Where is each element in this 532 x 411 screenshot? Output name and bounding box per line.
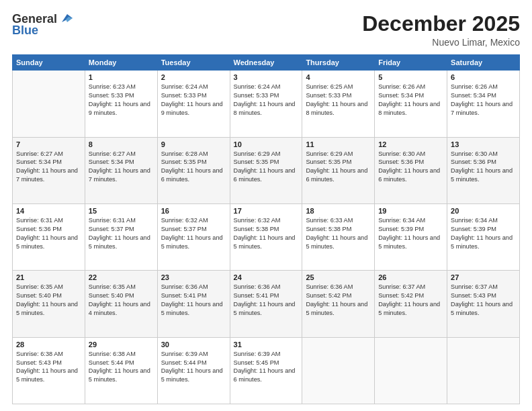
calendar-cell: 26Sunrise: 6:37 AMSunset: 5:42 PMDayligh… — [375, 271, 447, 337]
cell-info: Sunrise: 6:35 AMSunset: 5:40 PMDaylight:… — [89, 283, 154, 318]
day-number: 9 — [161, 140, 226, 148]
calendar-cell: 22Sunrise: 6:35 AMSunset: 5:40 PMDayligh… — [85, 271, 157, 337]
calendar-table: Sunday Monday Tuesday Wednesday Thursday… — [12, 54, 520, 404]
day-number: 31 — [234, 340, 299, 349]
calendar-cell: 3Sunrise: 6:24 AMSunset: 5:33 PMDaylight… — [230, 71, 302, 137]
header-wednesday: Wednesday — [230, 55, 302, 71]
calendar-cell: 31Sunrise: 6:39 AMSunset: 5:45 PMDayligh… — [230, 337, 302, 404]
calendar-cell — [302, 337, 375, 404]
day-number: 19 — [378, 207, 443, 215]
calendar-cell: 18Sunrise: 6:33 AMSunset: 5:38 PMDayligh… — [302, 203, 375, 270]
calendar-cell: 15Sunrise: 6:31 AMSunset: 5:37 PMDayligh… — [85, 203, 157, 270]
calendar-cell: 9Sunrise: 6:28 AMSunset: 5:35 PMDaylight… — [157, 137, 230, 203]
day-number: 29 — [89, 340, 154, 349]
location: Nuevo Limar, Mexico — [362, 37, 520, 48]
month-title: December 2025 — [362, 12, 520, 36]
day-number: 10 — [234, 140, 299, 148]
day-number: 5 — [378, 73, 443, 81]
cell-info: Sunrise: 6:34 AMSunset: 5:39 PMDaylight:… — [451, 216, 516, 251]
day-number: 17 — [234, 207, 299, 215]
cell-info: Sunrise: 6:32 AMSunset: 5:38 PMDaylight:… — [234, 216, 299, 251]
cell-info: Sunrise: 6:27 AMSunset: 5:34 PMDaylight:… — [89, 150, 154, 185]
calendar-cell: 24Sunrise: 6:36 AMSunset: 5:41 PMDayligh… — [230, 271, 302, 337]
cell-info: Sunrise: 6:36 AMSunset: 5:42 PMDaylight:… — [306, 283, 371, 318]
cell-info: Sunrise: 6:33 AMSunset: 5:38 PMDaylight:… — [306, 216, 371, 251]
cell-info: Sunrise: 6:34 AMSunset: 5:39 PMDaylight:… — [378, 216, 443, 251]
page: General Blue December 2025 Nuevo Limar, … — [0, 0, 532, 411]
cell-info: Sunrise: 6:31 AMSunset: 5:36 PMDaylight:… — [16, 216, 81, 251]
calendar-cell: 23Sunrise: 6:36 AMSunset: 5:41 PMDayligh… — [157, 271, 230, 337]
day-number: 22 — [89, 273, 154, 281]
cell-info: Sunrise: 6:29 AMSunset: 5:35 PMDaylight:… — [234, 150, 299, 185]
calendar-cell: 25Sunrise: 6:36 AMSunset: 5:42 PMDayligh… — [302, 271, 375, 337]
day-number: 21 — [16, 273, 81, 281]
calendar-cell: 28Sunrise: 6:38 AMSunset: 5:43 PMDayligh… — [13, 337, 85, 404]
cell-info: Sunrise: 6:38 AMSunset: 5:44 PMDaylight:… — [89, 350, 154, 385]
calendar-cell: 13Sunrise: 6:30 AMSunset: 5:36 PMDayligh… — [447, 137, 520, 203]
day-number: 14 — [16, 207, 81, 215]
cell-info: Sunrise: 6:26 AMSunset: 5:34 PMDaylight:… — [451, 83, 516, 118]
cell-info: Sunrise: 6:36 AMSunset: 5:41 PMDaylight:… — [234, 283, 299, 318]
calendar-cell: 5Sunrise: 6:26 AMSunset: 5:34 PMDaylight… — [375, 71, 447, 137]
header-saturday: Saturday — [447, 55, 520, 71]
day-number: 1 — [89, 73, 154, 81]
day-number: 25 — [306, 273, 371, 281]
day-number: 16 — [161, 207, 226, 215]
week-row-3: 21Sunrise: 6:35 AMSunset: 5:40 PMDayligh… — [13, 271, 520, 337]
calendar-cell — [13, 71, 85, 137]
cell-info: Sunrise: 6:28 AMSunset: 5:35 PMDaylight:… — [161, 150, 226, 185]
header: General Blue December 2025 Nuevo Limar, … — [12, 12, 520, 48]
header-monday: Monday — [85, 55, 157, 71]
calendar-cell: 11Sunrise: 6:29 AMSunset: 5:35 PMDayligh… — [302, 137, 375, 203]
calendar-cell: 4Sunrise: 6:25 AMSunset: 5:33 PMDaylight… — [302, 71, 375, 137]
calendar-cell: 10Sunrise: 6:29 AMSunset: 5:35 PMDayligh… — [230, 137, 302, 203]
calendar-cell: 16Sunrise: 6:32 AMSunset: 5:37 PMDayligh… — [157, 203, 230, 270]
header-friday: Friday — [375, 55, 447, 71]
day-number: 7 — [16, 140, 81, 148]
day-number: 4 — [306, 73, 371, 81]
cell-info: Sunrise: 6:24 AMSunset: 5:33 PMDaylight:… — [234, 83, 299, 118]
calendar-cell — [375, 337, 447, 404]
calendar-cell: 30Sunrise: 6:39 AMSunset: 5:44 PMDayligh… — [157, 337, 230, 404]
cell-info: Sunrise: 6:24 AMSunset: 5:33 PMDaylight:… — [161, 83, 226, 118]
day-number: 12 — [378, 140, 443, 148]
calendar-cell: 14Sunrise: 6:31 AMSunset: 5:36 PMDayligh… — [13, 203, 85, 270]
calendar-cell: 29Sunrise: 6:38 AMSunset: 5:44 PMDayligh… — [85, 337, 157, 404]
cell-info: Sunrise: 6:27 AMSunset: 5:34 PMDaylight:… — [16, 150, 81, 185]
calendar-cell: 27Sunrise: 6:37 AMSunset: 5:43 PMDayligh… — [447, 271, 520, 337]
calendar-cell: 1Sunrise: 6:23 AMSunset: 5:33 PMDaylight… — [85, 71, 157, 137]
title-area: December 2025 Nuevo Limar, Mexico — [362, 12, 520, 48]
day-number: 11 — [306, 140, 371, 148]
week-row-2: 14Sunrise: 6:31 AMSunset: 5:36 PMDayligh… — [13, 203, 520, 270]
week-row-0: 1Sunrise: 6:23 AMSunset: 5:33 PMDaylight… — [13, 71, 520, 137]
cell-info: Sunrise: 6:39 AMSunset: 5:44 PMDaylight:… — [161, 350, 226, 385]
calendar-cell: 2Sunrise: 6:24 AMSunset: 5:33 PMDaylight… — [157, 71, 230, 137]
day-number: 26 — [378, 273, 443, 281]
day-number: 28 — [16, 340, 81, 349]
day-number: 24 — [234, 273, 299, 281]
calendar-cell: 17Sunrise: 6:32 AMSunset: 5:38 PMDayligh… — [230, 203, 302, 270]
cell-info: Sunrise: 6:29 AMSunset: 5:35 PMDaylight:… — [306, 150, 371, 185]
cell-info: Sunrise: 6:38 AMSunset: 5:43 PMDaylight:… — [16, 350, 81, 385]
header-tuesday: Tuesday — [157, 55, 230, 71]
cell-info: Sunrise: 6:35 AMSunset: 5:40 PMDaylight:… — [16, 283, 81, 318]
calendar-cell: 7Sunrise: 6:27 AMSunset: 5:34 PMDaylight… — [13, 137, 85, 203]
days-header-row: Sunday Monday Tuesday Wednesday Thursday… — [13, 55, 520, 71]
cell-info: Sunrise: 6:37 AMSunset: 5:43 PMDaylight:… — [451, 283, 516, 318]
logo-blue-text: Blue — [12, 24, 38, 38]
calendar-cell: 12Sunrise: 6:30 AMSunset: 5:36 PMDayligh… — [375, 137, 447, 203]
cell-info: Sunrise: 6:25 AMSunset: 5:33 PMDaylight:… — [306, 83, 371, 118]
day-number: 27 — [451, 273, 516, 281]
day-number: 23 — [161, 273, 226, 281]
day-number: 30 — [161, 340, 226, 349]
calendar-cell — [447, 337, 520, 404]
day-number: 13 — [451, 140, 516, 148]
day-number: 8 — [89, 140, 154, 148]
day-number: 15 — [89, 207, 154, 215]
cell-info: Sunrise: 6:26 AMSunset: 5:34 PMDaylight:… — [378, 83, 443, 118]
cell-info: Sunrise: 6:32 AMSunset: 5:37 PMDaylight:… — [161, 216, 226, 251]
calendar-cell: 19Sunrise: 6:34 AMSunset: 5:39 PMDayligh… — [375, 203, 447, 270]
cell-info: Sunrise: 6:30 AMSunset: 5:36 PMDaylight:… — [451, 150, 516, 185]
header-sunday: Sunday — [13, 55, 85, 71]
calendar-cell: 20Sunrise: 6:34 AMSunset: 5:39 PMDayligh… — [447, 203, 520, 270]
